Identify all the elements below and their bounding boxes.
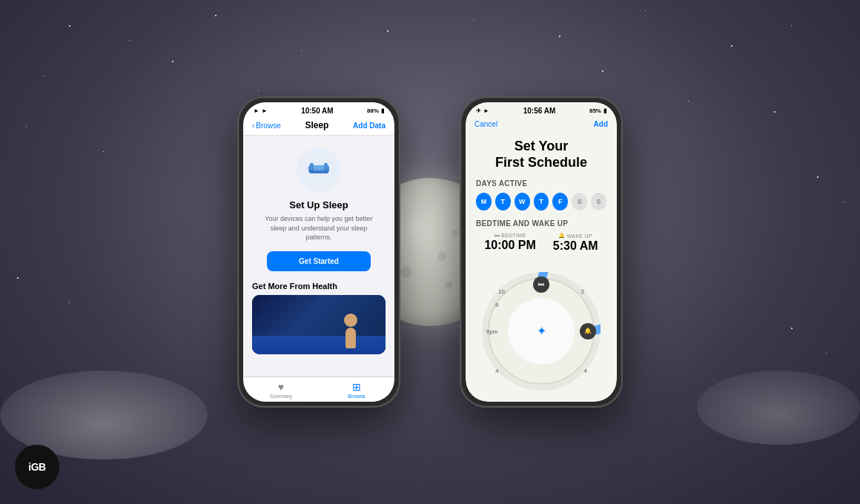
svg-rect-4 bbox=[314, 165, 324, 170]
bed-icon bbox=[308, 159, 330, 180]
phone-1-screen: ► ► 10:50 AM 88% ▮ ‹ Browse Sleep bbox=[243, 102, 394, 402]
phone2-nav-bar: Cancel Add bbox=[466, 117, 617, 133]
phone-2: ✈ ► 10:56 AM 85% ▮ Cancel Add bbox=[460, 96, 623, 408]
phone-2-inner: ✈ ► 10:56 AM 85% ▮ Cancel Add bbox=[466, 102, 617, 402]
day-saturday[interactable]: S bbox=[572, 193, 587, 210]
phone1-back-button[interactable]: ‹ Browse bbox=[252, 122, 281, 130]
bedtime-sublabel: 🛏 BEDTIME bbox=[484, 233, 535, 238]
wifi-icon2: ► bbox=[483, 107, 489, 114]
day-sunday[interactable]: S bbox=[591, 193, 606, 210]
phone2-battery: 85% bbox=[589, 107, 601, 114]
phone1-back-label: Browse bbox=[256, 122, 280, 130]
setup-description: Your devices can help you get better sle… bbox=[252, 214, 386, 242]
bedtime-block: 🛏 BEDTIME 10:00 PM bbox=[484, 233, 535, 253]
clock-label-6pm: 6pm bbox=[486, 328, 498, 334]
schedule-title-line2: First Schedule bbox=[495, 155, 587, 170]
days-active-label: Days Active bbox=[476, 179, 606, 188]
schedule-title-line1: Set Your bbox=[515, 139, 568, 153]
tab-browse[interactable]: ⊞ Browse bbox=[319, 377, 394, 402]
phone1-battery: 88% bbox=[367, 107, 379, 114]
day-wednesday[interactable]: W bbox=[515, 193, 530, 210]
wakeup-handle[interactable]: 🔔 bbox=[580, 323, 596, 339]
browse-icon: ⊞ bbox=[352, 381, 361, 393]
wakeup-value: 5:30 AM bbox=[553, 239, 598, 253]
add-button[interactable]: Add bbox=[594, 120, 608, 128]
clock-container: ✦ 12am 6am 6pm 10 2 4 4 8 � bbox=[476, 260, 606, 402]
bedtime-wakeup-section: 🛏 BEDTIME 10:00 PM 🔔 WAKE UP 5:30 AM bbox=[476, 233, 606, 253]
svg-rect-2 bbox=[310, 163, 314, 170]
tab-summary[interactable]: ♥ Summary bbox=[243, 377, 319, 402]
figure-head bbox=[344, 314, 357, 327]
phone1-add-data-button[interactable]: Add Data bbox=[353, 122, 386, 130]
chevron-left-icon: ‹ bbox=[252, 122, 254, 130]
clock-label-4right: 4 bbox=[584, 368, 587, 374]
phone1-battery-area: 88% ▮ bbox=[367, 107, 384, 114]
phone1-nav-title: Sleep bbox=[305, 120, 328, 130]
signal-icon: ► bbox=[262, 107, 268, 114]
bedtime-wakeup-label: Bedtime and Wake Up bbox=[476, 219, 606, 228]
phone1-status-bar: ► ► 10:50 AM 88% ▮ bbox=[243, 102, 394, 117]
schedule-content-area: Set Your First Schedule Days Active M T … bbox=[466, 133, 617, 402]
igb-text: iGB bbox=[28, 461, 45, 473]
bed-small-icon: 🛏 bbox=[494, 233, 500, 238]
health-figure bbox=[337, 314, 363, 354]
clock-outer-ring: ✦ 12am 6am 6pm 10 2 4 4 8 � bbox=[482, 272, 601, 391]
phone1-content-area: Set Up Sleep Your devices can help you g… bbox=[243, 136, 394, 377]
phones-container: ► ► 10:50 AM 88% ▮ ‹ Browse Sleep bbox=[0, 0, 860, 504]
phone1-nav-bar: ‹ Browse Sleep Add Data bbox=[243, 117, 394, 136]
clock-label-2: 2 bbox=[581, 288, 584, 295]
battery-icon: ▮ bbox=[381, 107, 384, 114]
cancel-button[interactable]: Cancel bbox=[474, 120, 497, 128]
clock-label-10: 10 bbox=[498, 288, 505, 295]
phone1-signal-icons: ► ► bbox=[254, 107, 268, 114]
bedtime-value: 10:00 PM bbox=[484, 239, 535, 252]
clock-inner-circle: ✦ bbox=[508, 298, 575, 365]
wakeup-block: 🔔 WAKE UP 5:30 AM bbox=[553, 233, 598, 253]
phone-2-screen: ✈ ► 10:56 AM 85% ▮ Cancel Add bbox=[466, 102, 617, 402]
schedule-main-title: Set Your First Schedule bbox=[476, 139, 606, 170]
wakeup-sublabel: 🔔 WAKE UP bbox=[553, 233, 598, 239]
phone2-time: 10:56 AM bbox=[523, 107, 556, 115]
clock-label-8: 8 bbox=[495, 302, 498, 308]
phone2-battery-area: 85% ▮ bbox=[589, 107, 606, 114]
clock-label-4left: 4 bbox=[495, 368, 498, 374]
alarm-icon: 🔔 bbox=[558, 233, 565, 239]
wifi-icon: ► bbox=[254, 107, 259, 114]
bedtime-handle[interactable]: 🛏 bbox=[533, 276, 549, 293]
day-tuesday[interactable]: T bbox=[495, 193, 511, 210]
phone-1: ► ► 10:50 AM 88% ▮ ‹ Browse Sleep bbox=[237, 96, 400, 408]
get-started-button[interactable]: Get Started bbox=[267, 251, 371, 271]
days-row: M T W T F S S bbox=[476, 193, 606, 210]
setup-title: Set Up Sleep bbox=[289, 199, 348, 210]
phone2-signal-icons: ✈ ► bbox=[476, 107, 489, 114]
phone-1-inner: ► ► 10:50 AM 88% ▮ ‹ Browse Sleep bbox=[243, 102, 394, 402]
plane-icon: ✈ bbox=[476, 107, 481, 114]
health-card-water bbox=[252, 336, 386, 354]
phone1-time: 10:50 AM bbox=[301, 107, 334, 115]
phone2-status-bar: ✈ ► 10:56 AM 85% ▮ bbox=[466, 102, 617, 117]
igb-badge: iGB bbox=[15, 445, 59, 489]
battery-icon2: ▮ bbox=[603, 107, 606, 114]
svg-rect-3 bbox=[324, 163, 328, 170]
heart-icon: ♥ bbox=[278, 381, 284, 393]
day-monday[interactable]: M bbox=[476, 193, 492, 210]
figure-body bbox=[345, 328, 356, 348]
sleep-icon-container bbox=[297, 147, 341, 192]
health-more-card bbox=[252, 295, 386, 354]
tab-summary-label: Summary bbox=[270, 394, 292, 399]
clock-center-icon: ✦ bbox=[537, 324, 546, 338]
day-thursday[interactable]: T bbox=[534, 193, 549, 210]
day-friday[interactable]: F bbox=[552, 193, 568, 210]
more-health-title: Get More From Health bbox=[252, 282, 337, 291]
phone1-tab-bar: ♥ Summary ⊞ Browse bbox=[243, 377, 394, 402]
tab-browse-label: Browse bbox=[348, 394, 365, 399]
